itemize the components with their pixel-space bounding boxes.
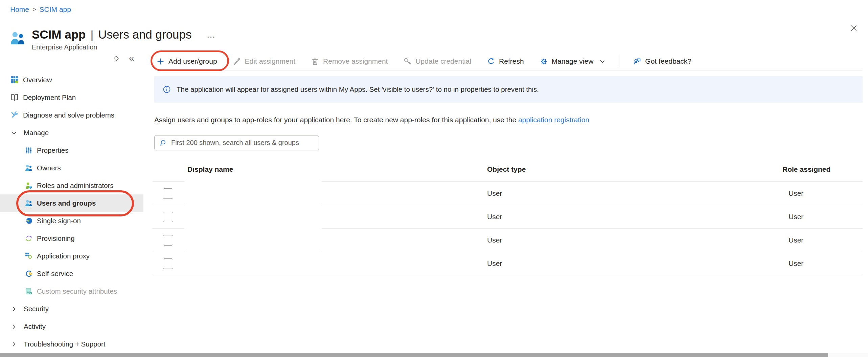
sync-arrows-icon xyxy=(25,234,33,243)
menu-controls: « xyxy=(113,54,134,63)
sidebar-item-diagnose[interactable]: Diagnose and solve problems xyxy=(0,106,143,124)
sidebar-section-activity[interactable]: Activity xyxy=(0,318,143,335)
sidebar-item-label: Troubleshooting + Support xyxy=(24,340,105,348)
breadcrumb-home[interactable]: Home xyxy=(10,5,29,14)
key-icon xyxy=(403,57,412,66)
users-group-icon xyxy=(9,30,26,47)
blade-menu: Overview Deployment Plan Diagnose and so… xyxy=(0,71,143,353)
sidebar-item-label: Security xyxy=(24,305,49,313)
search-icon xyxy=(159,139,167,147)
sidebar-item-label: Custom security attributes xyxy=(37,287,117,295)
feedback-icon xyxy=(633,57,641,66)
remove-assignment-button[interactable]: Remove assignment xyxy=(309,57,390,66)
description: Assign users and groups to app-roles for… xyxy=(154,116,589,124)
sidebar-item-label: Provisioning xyxy=(37,234,75,243)
object-type-cell: User xyxy=(487,236,502,244)
sidebar-section-troubleshooting-support[interactable]: Troubleshooting + Support xyxy=(0,335,143,353)
refresh-icon xyxy=(487,57,495,66)
column-header-role-assigned[interactable]: Role assigned xyxy=(782,165,830,173)
sidebar-item-label: Single sign-on xyxy=(37,217,81,225)
chevron-right-icon xyxy=(11,341,17,347)
row-checkbox[interactable] xyxy=(163,235,173,246)
sso-arrow-icon xyxy=(25,217,33,225)
more-actions-icon[interactable]: … xyxy=(207,29,216,40)
chevron-down-icon xyxy=(599,58,606,65)
trash-icon xyxy=(311,57,319,66)
row-checkbox[interactable] xyxy=(163,188,173,199)
title-separator: | xyxy=(90,28,93,41)
edit-assignment-button[interactable]: Edit assignment xyxy=(231,57,297,66)
tools-icon xyxy=(10,111,19,120)
add-user-group-button[interactable]: Add user/group xyxy=(154,57,219,66)
object-type-cell: User xyxy=(487,189,502,197)
column-header-display-name[interactable]: Display name xyxy=(187,165,233,173)
sidebar-item-self-service[interactable]: Self-service xyxy=(0,265,143,282)
breadcrumb-scim-app[interactable]: SCIM app xyxy=(40,5,71,14)
chevron-down-icon xyxy=(11,130,17,136)
sidebar-section-security[interactable]: Security xyxy=(0,300,143,318)
info-icon xyxy=(162,85,171,94)
description-text: Assign users and groups to app-roles for… xyxy=(154,116,518,124)
sidebar-item-custom-security-attributes[interactable]: Custom security attributes xyxy=(0,282,143,300)
sidebar-item-label: Overview xyxy=(23,76,52,84)
scrollbar-thumb[interactable] xyxy=(0,353,828,357)
redacted-display-name-area xyxy=(184,176,322,274)
role-assigned-cell: User xyxy=(789,236,803,244)
breadcrumb-separator: > xyxy=(32,6,36,13)
grid-diamond-icon xyxy=(25,252,33,260)
resize-diamond-icon[interactable] xyxy=(113,55,119,62)
people-icon xyxy=(25,199,33,207)
sidebar-item-provisioning[interactable]: Provisioning xyxy=(0,230,143,247)
info-banner: The application will appear for assigned… xyxy=(154,76,863,103)
toolbar-separator xyxy=(619,56,619,67)
sidebar-item-roles-administrators[interactable]: Roles and administrators xyxy=(0,177,143,194)
command-bar: Add user/group Edit assignment Remove as… xyxy=(154,52,693,70)
sliders-icon xyxy=(25,146,33,154)
sidebar-item-label: Users and groups xyxy=(37,199,96,207)
search-box[interactable] xyxy=(154,135,319,150)
sidebar-item-label: Activity xyxy=(24,322,46,331)
sidebar-item-label: Application proxy xyxy=(37,252,90,260)
role-assigned-cell: User xyxy=(789,189,803,197)
page-title-app-name: SCIM app xyxy=(32,28,86,41)
row-checkbox[interactable] xyxy=(163,258,173,269)
role-person-cube-icon xyxy=(25,182,33,190)
book-icon xyxy=(10,93,19,102)
collapse-menu-icon[interactable]: « xyxy=(129,54,134,63)
sidebar-item-application-proxy[interactable]: Application proxy xyxy=(0,247,143,265)
object-type-cell: User xyxy=(487,259,502,268)
search-input[interactable] xyxy=(171,139,315,147)
sidebar-item-label: Properties xyxy=(37,146,68,154)
horizontal-scrollbar[interactable] xyxy=(0,353,868,357)
column-header-object-type[interactable]: Object type xyxy=(487,165,526,173)
sidebar-item-label: Roles and administrators xyxy=(37,182,114,190)
sidebar-item-owners[interactable]: Owners xyxy=(0,159,143,177)
application-registration-link[interactable]: application registration xyxy=(518,116,589,124)
azure-enterprise-app-blade: Home > SCIM app SCIM app | Users and gro… xyxy=(0,0,868,357)
sidebar-item-single-sign-on[interactable]: Single sign-on xyxy=(0,212,143,230)
manage-view-button[interactable]: Manage view xyxy=(538,57,608,66)
object-type-cell: User xyxy=(487,213,502,221)
people-icon xyxy=(25,164,33,172)
sidebar-item-label: Diagnose and solve problems xyxy=(23,111,114,119)
pencil-icon xyxy=(233,57,241,66)
sidebar-item-properties[interactable]: Properties xyxy=(0,142,143,159)
sidebar-item-deployment-plan[interactable]: Deployment Plan xyxy=(0,89,143,106)
got-feedback-button[interactable]: Got feedback? xyxy=(631,57,693,66)
role-assigned-cell: User xyxy=(789,259,803,268)
sidebar-section-manage[interactable]: Manage xyxy=(0,124,143,142)
update-credential-button[interactable]: Update credential xyxy=(401,57,473,66)
sidebar-item-label: Manage xyxy=(24,129,49,137)
sidebar-item-label: Owners xyxy=(37,164,61,172)
refresh-button[interactable]: Refresh xyxy=(485,57,526,66)
key-circle-icon xyxy=(25,270,33,278)
chevron-right-icon xyxy=(11,306,17,312)
sidebar-item-users-and-groups[interactable]: Users and groups xyxy=(0,194,143,212)
blade-header: SCIM app | Users and groups … Enterprise… xyxy=(9,28,216,51)
sidebar-item-label: Self-service xyxy=(37,270,73,278)
toolbar-divider xyxy=(156,70,862,70)
sidebar-item-overview[interactable]: Overview xyxy=(0,71,143,89)
row-checkbox[interactable] xyxy=(163,212,173,222)
close-icon[interactable] xyxy=(847,22,861,35)
document-gear-icon xyxy=(25,287,33,295)
